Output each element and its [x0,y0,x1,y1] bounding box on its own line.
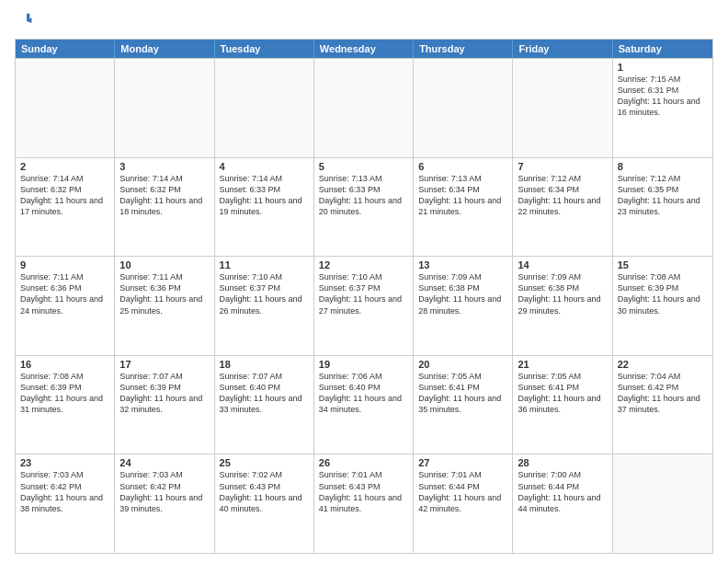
day-info: Sunrise: 7:01 AM Sunset: 6:44 PM Dayligh… [418,469,507,514]
day-number: 3 [119,161,209,172]
day-number: 2 [20,161,109,172]
day-number: 20 [418,359,507,370]
day-number: 23 [20,457,109,468]
day-cell-25: 25Sunrise: 7:02 AM Sunset: 6:43 PM Dayli… [215,454,314,553]
day-number: 4 [220,161,309,172]
day-cell-7: 7Sunrise: 7:12 AM Sunset: 6:34 PM Daylig… [513,158,612,257]
week-row-1: 1Sunrise: 7:15 AM Sunset: 6:31 PM Daylig… [16,58,712,157]
day-cell-10: 10Sunrise: 7:11 AM Sunset: 6:36 PM Dayli… [115,257,214,355]
day-info: Sunrise: 7:07 AM Sunset: 6:40 PM Dayligh… [220,371,309,416]
day-cell-11: 11Sunrise: 7:10 AM Sunset: 6:37 PM Dayli… [215,257,314,355]
day-cell-27: 27Sunrise: 7:01 AM Sunset: 6:44 PM Dayli… [414,454,513,553]
day-of-week-tuesday: Tuesday [215,40,314,58]
day-number: 7 [518,161,607,172]
day-info: Sunrise: 7:02 AM Sunset: 6:43 PM Dayligh… [220,469,309,514]
week-row-2: 2Sunrise: 7:14 AM Sunset: 6:32 PM Daylig… [16,157,712,257]
day-info: Sunrise: 7:06 AM Sunset: 6:40 PM Dayligh… [319,371,408,416]
day-number: 6 [418,161,507,172]
day-cell-empty [215,59,314,157]
day-info: Sunrise: 7:07 AM Sunset: 6:39 PM Dayligh… [119,371,209,416]
day-info: Sunrise: 7:04 AM Sunset: 6:42 PM Dayligh… [618,371,708,416]
day-of-week-thursday: Thursday [414,40,513,58]
day-number: 17 [119,359,209,370]
day-info: Sunrise: 7:09 AM Sunset: 6:38 PM Dayligh… [418,271,507,316]
header [15,15,713,31]
calendar-body: 1Sunrise: 7:15 AM Sunset: 6:31 PM Daylig… [16,58,712,553]
day-number: 5 [319,161,408,172]
day-cell-empty [115,59,214,157]
week-row-4: 16Sunrise: 7:08 AM Sunset: 6:39 PM Dayli… [16,355,712,454]
day-number: 22 [618,359,708,370]
day-number: 24 [119,457,209,468]
day-cell-23: 23Sunrise: 7:03 AM Sunset: 6:42 PM Dayli… [16,454,115,553]
day-cell-16: 16Sunrise: 7:08 AM Sunset: 6:39 PM Dayli… [16,356,115,454]
day-cell-9: 9Sunrise: 7:11 AM Sunset: 6:36 PM Daylig… [16,257,115,355]
day-cell-3: 3Sunrise: 7:14 AM Sunset: 6:32 PM Daylig… [115,158,214,257]
day-number: 27 [418,457,507,468]
day-cell-28: 28Sunrise: 7:00 AM Sunset: 6:44 PM Dayli… [513,454,612,553]
day-cell-8: 8Sunrise: 7:12 AM Sunset: 6:35 PM Daylig… [613,158,712,257]
day-info: Sunrise: 7:03 AM Sunset: 6:42 PM Dayligh… [119,469,209,514]
day-number: 10 [119,259,209,270]
day-of-week-wednesday: Wednesday [314,40,414,58]
day-info: Sunrise: 7:11 AM Sunset: 6:36 PM Dayligh… [119,271,209,316]
week-row-3: 9Sunrise: 7:11 AM Sunset: 6:36 PM Daylig… [16,256,712,355]
day-number: 13 [418,259,507,270]
page: SundayMondayTuesdayWednesdayThursdayFrid… [0,0,728,563]
day-cell-empty [613,454,712,553]
day-cell-1: 1Sunrise: 7:15 AM Sunset: 6:31 PM Daylig… [613,59,712,157]
day-info: Sunrise: 7:12 AM Sunset: 6:34 PM Dayligh… [518,173,607,218]
day-cell-24: 24Sunrise: 7:03 AM Sunset: 6:42 PM Dayli… [115,454,214,553]
day-cell-empty [414,59,513,157]
calendar: SundayMondayTuesdayWednesdayThursdayFrid… [15,39,713,554]
day-cell-6: 6Sunrise: 7:13 AM Sunset: 6:34 PM Daylig… [414,158,513,257]
day-cell-20: 20Sunrise: 7:05 AM Sunset: 6:41 PM Dayli… [414,356,513,454]
day-info: Sunrise: 7:14 AM Sunset: 6:33 PM Dayligh… [220,173,309,218]
day-info: Sunrise: 7:00 AM Sunset: 6:44 PM Dayligh… [518,469,607,514]
day-number: 28 [518,457,607,468]
day-cell-14: 14Sunrise: 7:09 AM Sunset: 6:38 PM Dayli… [513,257,612,355]
day-info: Sunrise: 7:01 AM Sunset: 6:43 PM Dayligh… [319,469,408,514]
day-cell-12: 12Sunrise: 7:10 AM Sunset: 6:37 PM Dayli… [314,257,414,355]
day-of-week-friday: Friday [513,40,612,58]
day-cell-empty [16,59,115,157]
day-number: 1 [618,62,708,73]
day-info: Sunrise: 7:11 AM Sunset: 6:36 PM Dayligh… [20,271,109,316]
day-of-week-saturday: Saturday [613,40,712,58]
day-info: Sunrise: 7:12 AM Sunset: 6:35 PM Dayligh… [618,173,708,218]
day-of-week-sunday: Sunday [16,40,115,58]
day-cell-18: 18Sunrise: 7:07 AM Sunset: 6:40 PM Dayli… [215,356,314,454]
day-cell-26: 26Sunrise: 7:01 AM Sunset: 6:43 PM Dayli… [314,454,414,553]
day-cell-empty [314,59,414,157]
day-cell-22: 22Sunrise: 7:04 AM Sunset: 6:42 PM Dayli… [613,356,712,454]
day-info: Sunrise: 7:14 AM Sunset: 6:32 PM Dayligh… [20,173,109,218]
day-cell-21: 21Sunrise: 7:05 AM Sunset: 6:41 PM Dayli… [513,356,612,454]
day-info: Sunrise: 7:08 AM Sunset: 6:39 PM Dayligh… [20,371,109,416]
day-info: Sunrise: 7:05 AM Sunset: 6:41 PM Dayligh… [518,371,607,416]
day-number: 16 [20,359,109,370]
day-info: Sunrise: 7:10 AM Sunset: 6:37 PM Dayligh… [319,271,408,316]
day-number: 12 [319,259,408,270]
day-cell-4: 4Sunrise: 7:14 AM Sunset: 6:33 PM Daylig… [215,158,314,257]
day-info: Sunrise: 7:08 AM Sunset: 6:39 PM Dayligh… [618,271,708,316]
day-cell-2: 2Sunrise: 7:14 AM Sunset: 6:32 PM Daylig… [16,158,115,257]
day-cell-17: 17Sunrise: 7:07 AM Sunset: 6:39 PM Dayli… [115,356,214,454]
day-number: 21 [518,359,607,370]
day-info: Sunrise: 7:15 AM Sunset: 6:31 PM Dayligh… [618,74,708,119]
logo [15,15,37,31]
day-cell-19: 19Sunrise: 7:06 AM Sunset: 6:40 PM Dayli… [314,356,414,454]
day-number: 25 [220,457,309,468]
week-row-5: 23Sunrise: 7:03 AM Sunset: 6:42 PM Dayli… [16,454,712,553]
logo-icon [17,11,37,31]
day-cell-5: 5Sunrise: 7:13 AM Sunset: 6:33 PM Daylig… [314,158,414,257]
day-of-week-monday: Monday [115,40,214,58]
day-cell-15: 15Sunrise: 7:08 AM Sunset: 6:39 PM Dayli… [613,257,712,355]
day-number: 11 [220,259,309,270]
day-cell-empty [513,59,612,157]
day-info: Sunrise: 7:14 AM Sunset: 6:32 PM Dayligh… [119,173,209,218]
day-info: Sunrise: 7:10 AM Sunset: 6:37 PM Dayligh… [220,271,309,316]
day-number: 26 [319,457,408,468]
calendar-header: SundayMondayTuesdayWednesdayThursdayFrid… [16,40,712,58]
day-number: 14 [518,259,607,270]
day-number: 18 [220,359,309,370]
